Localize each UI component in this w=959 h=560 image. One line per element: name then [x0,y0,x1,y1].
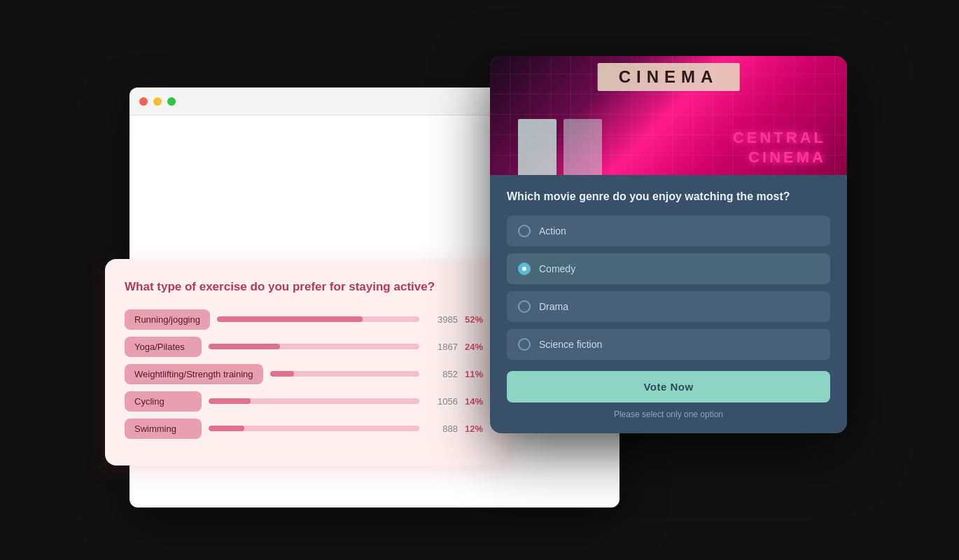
exercise-option-label: Running/jogging [125,309,210,330]
genre-label-scifi: Science fiction [539,339,602,350]
movie-poll-body: Which movie genre do you enjoy watching … [490,175,847,433]
exercise-count: 1867 [426,342,458,352]
genre-label-comedy: Comedy [539,263,575,274]
genre-option-action[interactable]: Action [507,216,830,246]
exercise-pct: 12% [465,424,491,434]
cinema-door-left [518,119,556,175]
exercise-pct: 52% [465,314,491,325]
radio-scifi[interactable] [518,338,531,351]
vote-now-button[interactable]: Vote Now [507,371,830,402]
cinema-door-right [564,119,602,175]
exercise-option-row[interactable]: Yoga/Pilates 1867 24% [125,337,491,357]
genre-option-comedy[interactable]: Comedy [507,253,830,284]
exercise-bar-bg [217,316,419,322]
exercise-pct: 24% [465,342,491,352]
cinema-sign-top: CINEMA [598,63,740,91]
cinema-sign-central: CENTRAL [733,129,826,147]
genre-label-action: Action [539,225,566,237]
cinema-sign-bottom: CINEMA [748,148,826,167]
exercise-count: 852 [426,369,458,379]
exercise-bar-bg [209,426,419,431]
exercise-pct: 11% [465,369,491,379]
genre-option-drama[interactable]: Drama [507,291,830,322]
exercise-option-label: Yoga/Pilates [125,337,202,357]
exercise-option-row[interactable]: Running/jogging 3985 52% [125,309,491,330]
genre-label-drama: Drama [539,301,568,312]
exercise-poll-title: What type of exercise do you prefer for … [125,279,491,295]
exercise-bar-bg [209,398,419,404]
movie-poll-question: Which movie genre do you enjoy watching … [507,190,830,203]
exercise-option-row[interactable]: Weightlifting/Strength training 852 11% [125,364,491,384]
exercise-count: 888 [426,424,458,434]
exercise-option-label-wrap: Weightlifting/Strength training [125,364,263,384]
exercise-bar-fill [217,316,363,322]
close-dot [139,97,148,106]
exercise-option-label: Cycling [125,391,202,412]
exercise-bar-fill [270,371,294,377]
radio-action[interactable] [518,225,531,237]
genre-option-scifi[interactable]: Science fiction [507,329,830,360]
maximize-dot [167,97,176,106]
exercise-option-label-wrap: Swimming [125,419,202,439]
exercise-option-label-wrap: Running/jogging [125,309,210,330]
exercise-option-label: Swimming [125,419,202,439]
movie-poll-card: CINEMA CENTRAL CINEMA Which movie genre … [490,56,847,433]
exercise-option-row[interactable]: Swimming 888 12% [125,419,491,439]
exercise-option-row[interactable]: Cycling 1056 14% [125,391,491,412]
exercise-option-label: Weightlifting/Strength training [125,364,263,384]
minimize-dot [153,97,162,106]
exercise-bar-fill [209,426,244,431]
exercise-bar-fill [209,398,251,404]
exercise-bar-fill [209,344,280,349]
vote-hint: Please select only one option [507,410,830,419]
radio-comedy[interactable] [518,262,531,275]
exercise-pct: 14% [465,396,491,407]
exercise-count: 3985 [426,314,458,325]
exercise-poll-card: What type of exercise do you prefer for … [105,259,511,465]
exercise-bar-bg [270,371,419,377]
exercise-option-label-wrap: Cycling [125,391,202,412]
radio-drama[interactable] [518,300,531,313]
exercise-count: 1056 [426,396,458,407]
exercise-bar-bg [209,344,419,349]
cinema-image: CINEMA CENTRAL CINEMA [490,56,847,175]
exercise-option-label-wrap: Yoga/Pilates [125,337,202,357]
cinema-image-inner: CINEMA CENTRAL CINEMA [490,56,847,175]
